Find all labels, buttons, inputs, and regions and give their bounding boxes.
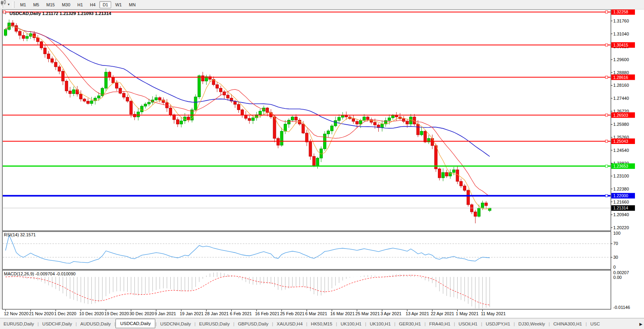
candle [309, 142, 312, 156]
candle [72, 90, 75, 93]
candle [112, 77, 115, 83]
timeframe-button-h1[interactable]: H1 [74, 1, 86, 8]
resistance-line-2-handle[interactable] [605, 44, 608, 46]
timeframe-button-d1[interactable]: D1 [99, 1, 111, 8]
date-label: 10 Dec 2020 [79, 311, 104, 316]
tab-audusd-daily[interactable]: AUDUSD,Daily [77, 320, 114, 328]
collapse-triangle-icon[interactable]: ▼ [4, 12, 7, 15]
tab-usdcnh-daily[interactable]: USDCNH,Daily [156, 320, 194, 328]
candle [420, 131, 423, 135]
tab-eurusd-daily[interactable]: EURUSD,Daily [195, 320, 233, 328]
resistance-line-1-handle[interactable] [605, 11, 608, 13]
resistance-line-3-handle[interactable] [605, 76, 608, 79]
candle [244, 115, 247, 118]
rsi-scale-0: 0 [613, 265, 616, 269]
candle [80, 94, 82, 99]
price-badge-1.26503: 1.26503 [611, 112, 635, 118]
timeframe-button-m30[interactable]: M30 [59, 1, 73, 8]
macd-scale-zero: 0.00 [613, 275, 622, 280]
main-chart-panel[interactable] [2, 9, 611, 231]
tab-usdchf-daily[interactable]: USDCHF,Daily [39, 320, 75, 328]
rsi-panel [2, 232, 611, 269]
candle [33, 34, 35, 37]
price-tick-label: 1.28880 [613, 70, 629, 75]
support-line-blue-handle[interactable] [605, 194, 608, 197]
resistance-line-4-handle[interactable] [605, 114, 608, 116]
candle [331, 126, 333, 131]
tab-hk50-m15[interactable]: HK50,M15 [307, 320, 336, 328]
date-label: 3 Apr 2021 [381, 311, 402, 316]
chart-title: ▼ USDCAD,Daily 1.21172 1.21329 1.21093 1… [4, 11, 111, 16]
candle [176, 120, 179, 124]
candle [435, 146, 437, 169]
timeframe-button-w1[interactable]: W1 [112, 1, 125, 8]
tab-china300-h1[interactable]: CHINA300,H1 [550, 320, 586, 328]
timeframe-button-mn[interactable]: MN [126, 1, 139, 8]
price-tick-label: 1.25980 [613, 122, 629, 127]
candle [4, 30, 7, 36]
tab-usdcad-daily[interactable]: USDCAD,Daily [115, 319, 155, 328]
candle [144, 104, 147, 106]
tab-scroll-right-icon[interactable]: ▶ [638, 322, 644, 326]
candle [133, 114, 136, 117]
tab-dj30-weekly[interactable]: DJ30,Weekly [515, 320, 549, 328]
tab-uk100-h1[interactable]: UK100,H1 [337, 320, 365, 328]
candle [126, 97, 129, 101]
timeframe-button-m15[interactable]: M15 [43, 1, 58, 8]
candle [83, 99, 86, 101]
date-label: 1 May 2021 [456, 311, 478, 316]
tab-usoil-h1[interactable]: USOil,H1 [455, 320, 481, 328]
date-axis: 12 Nov 202021 Nov 20201 Dec 202010 Dec 2… [4, 310, 506, 316]
candle [467, 191, 469, 205]
chart-canvas[interactable]: 1.317601.310401.303201.296001.288801.281… [0, 0, 644, 329]
resistance-line-5-handle[interactable] [605, 140, 608, 142]
candle [478, 208, 480, 216]
candle [237, 105, 240, 110]
svg-text:1.32258: 1.32258 [613, 9, 628, 14]
candle [287, 120, 290, 124]
candle [248, 118, 251, 120]
timeframe-button-m5[interactable]: M5 [30, 1, 42, 8]
candle [291, 117, 294, 120]
tab-usdjpy-h1[interactable]: USDJPY,H1 [482, 320, 514, 328]
candle [295, 117, 298, 120]
candle [241, 110, 244, 115]
candle [327, 131, 330, 134]
candle [87, 101, 89, 103]
candle [406, 122, 409, 124]
tab-fra40-h1[interactable]: FRA40,H1 [426, 320, 454, 328]
candle [26, 36, 28, 38]
price-badge-1.22000: 1.22000 [611, 193, 635, 198]
candle [97, 96, 100, 98]
tab-ger30-h1[interactable]: GER30,H1 [395, 320, 424, 328]
tab-xauusd-h4[interactable]: XAUUSD,H4 [273, 320, 306, 328]
tab-usc[interactable]: USC [587, 320, 603, 328]
svg-text:1.28616: 1.28616 [613, 75, 628, 80]
timeframe-button-m1[interactable]: M1 [17, 1, 29, 8]
candle [438, 169, 441, 178]
price-badge-1.32258: 1.32258 [611, 9, 635, 15]
rsi-scale-100: 100 [613, 231, 620, 236]
toolbar-grip [13, 2, 15, 8]
tab-uk100-h1[interactable]: UK100,H1 [366, 320, 394, 328]
candle [388, 118, 391, 121]
price-tick-label: 1.31760 [613, 19, 629, 23]
price-badge-1.23653: 1.23653 [611, 163, 635, 169]
symbol-tab-bar: EURUSD,Daily|USDCHF,Daily|AUDUSD,Daily|U… [0, 318, 644, 329]
candle [460, 181, 462, 186]
candle [402, 119, 405, 122]
date-label: 19 Jan 2021 [180, 311, 204, 316]
tab-gbpusd-daily[interactable]: GBPUSD,Daily [235, 320, 272, 328]
tab-eurusd-daily[interactable]: EURUSD,Daily [0, 320, 37, 328]
price-badge-1.25043: 1.25043 [611, 138, 635, 144]
rsi-label: RSI(14) 32.1571 [4, 232, 36, 237]
candle [338, 117, 341, 120]
chart-type-button[interactable]: ▼ [5, 2, 11, 7]
timeframe-button-h4[interactable]: H4 [87, 1, 99, 8]
date-label: 6 Mar 2021 [305, 311, 327, 316]
candle [54, 62, 57, 67]
rsi-scale-70: 70 [613, 241, 618, 246]
candle [227, 95, 229, 98]
support-line-green-handle[interactable] [605, 165, 608, 167]
price-tick-label: 1.20940 [613, 212, 629, 217]
